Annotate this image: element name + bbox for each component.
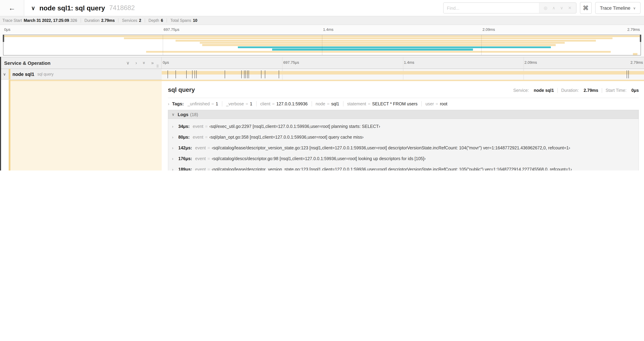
log-timestamp: 142μs: — [178, 145, 192, 150]
minimap-span-bar — [202, 44, 556, 46]
view-selector-label: Trace Timeline — [600, 5, 630, 11]
next-match-icon[interactable]: ∨ — [560, 6, 563, 11]
locate-icon[interactable]: ◎ — [544, 6, 548, 11]
tag-item: client=127.0.0.1:59936 — [260, 101, 308, 106]
viewport-scrubber-right[interactable] — [640, 35, 641, 42]
tags-accordion[interactable]: › Tags: _unfinished=1_verbose=1client=12… — [168, 101, 639, 106]
divider — [343, 101, 343, 106]
log-timestamp: 189μs: — [178, 167, 192, 171]
log-event-tick — [241, 70, 242, 78]
services-item: Services 2 — [122, 18, 141, 23]
minimap-span-bar — [200, 42, 565, 44]
log-field-name: event — [195, 145, 206, 150]
duration-label: Duration — [84, 18, 100, 23]
viewport-scrubber-left[interactable] — [3, 35, 4, 42]
top-bar: ← ∨ node sql1: sql query 7418682 ◎ ∧ ∨ ✕… — [0, 0, 644, 16]
divider — [312, 101, 312, 106]
timeline-tick-label: 0μs — [163, 60, 169, 65]
kv-eq: = — [436, 101, 438, 106]
expand-one-icon[interactable]: › — [136, 60, 137, 66]
log-event-tick — [168, 70, 168, 78]
minimap-span-bar — [238, 47, 551, 48]
gridline — [163, 35, 163, 55]
collapse-all-icon[interactable]: » — [142, 62, 147, 64]
log-field-name: event — [193, 135, 203, 140]
log-entry-row[interactable]: ›176μs:event=‹sql/catalog/descs/descript… — [172, 153, 636, 164]
log-entry-row[interactable]: ›142μs:event=‹sql/catalog/lease/descript… — [172, 142, 636, 153]
divider — [222, 101, 222, 106]
expand-all-icon[interactable]: » — [151, 60, 154, 66]
timeline-tick-label: 2.09ms — [524, 60, 537, 65]
timeline-tick-label: 0μs — [4, 27, 10, 32]
logs-accordion-header[interactable]: ∨ Logs (18) — [168, 110, 639, 119]
log-event-tick — [176, 70, 176, 78]
page-title: node sql1: sql query — [39, 4, 105, 12]
log-event-tick — [192, 70, 192, 78]
start-time-label: Start Time: — [606, 88, 626, 93]
chevron-down-icon: ∨ — [633, 6, 636, 10]
minimap-span-bar — [124, 38, 613, 39]
chevron-right-icon: › — [172, 135, 178, 140]
timeline-ruler: 0μs697.75μs1.4ms2.09ms2.79ms — [162, 57, 644, 69]
service-operation-header: Service & Operation ∨ › » » — [0, 57, 162, 69]
log-entry-row[interactable]: ›34μs:event=‹sql/exec_util.go:2297 [nsql… — [172, 121, 636, 132]
span-detail-zone: sql query Service:node sql1 Duration:2.7… — [0, 80, 644, 171]
divider — [145, 18, 145, 23]
total-spans-item: Total Spans 10 — [170, 18, 197, 23]
column-resize-grip[interactable] — [157, 65, 158, 68]
duration-item: Duration 2.79ms — [84, 18, 115, 23]
log-event-tick — [628, 70, 629, 78]
find-tools: ◎ ∧ ∨ ✕ — [539, 3, 576, 13]
prev-match-icon[interactable]: ∧ — [552, 6, 555, 11]
kv-key: _verbose — [226, 101, 244, 106]
log-event-tick — [265, 70, 265, 78]
trace-start-value: March 31 2022, 17:25:09 — [24, 18, 69, 23]
keyboard-shortcuts-button[interactable]: ⌘ — [580, 2, 592, 14]
log-message: ‹sql/catalog/lease/descriptor_version_st… — [212, 167, 572, 171]
log-message: ‹sql/exec_util.go:2297 [nsql1,client=127… — [209, 124, 380, 129]
timeline-tick-label: 2.79ms — [630, 60, 643, 65]
service-color-stripe — [9, 69, 10, 79]
span-row-name-cell[interactable]: ∨ node sql1 sql query — [0, 69, 162, 80]
gridline — [481, 35, 482, 55]
gridline — [524, 57, 524, 69]
timeline-tick-label: 697.75μs — [284, 60, 299, 65]
minimap-span-bar — [176, 40, 596, 42]
span-duration-bar[interactable] — [162, 71, 644, 75]
log-equals-sign: = — [205, 135, 208, 140]
chevron-right-icon: › — [172, 124, 178, 129]
log-message: ‹sql/catalog/lease/descriptor_version_st… — [212, 145, 570, 150]
divider — [558, 88, 558, 93]
total-spans-label: Total Spans — [170, 18, 191, 23]
span-row-bar-cell[interactable] — [162, 69, 644, 80]
collapse-one-icon[interactable]: ∨ — [126, 60, 130, 66]
depth-value: 6 — [161, 18, 163, 23]
log-entry-row[interactable]: ›80μs:event=‹sql/plan_opt.go:358 [nsql1,… — [172, 132, 636, 142]
trace-start-ms-suffix: .326 — [70, 18, 77, 23]
log-equals-sign: = — [208, 145, 210, 150]
log-entry-row[interactable]: ›189μs:event=‹sql/catalog/lease/descript… — [172, 164, 636, 171]
log-event-tick — [279, 70, 279, 78]
chevron-down-icon[interactable]: ∨ — [3, 72, 8, 76]
minimap-canvas[interactable] — [3, 35, 641, 56]
service-value: node sql1 — [534, 88, 554, 93]
gridline — [322, 35, 322, 55]
view-selector-button[interactable]: Trace Timeline ∨ — [595, 2, 640, 14]
log-event-tick — [246, 70, 246, 78]
tag-item: statement=SELECT * FROM users — [347, 101, 418, 106]
chevron-down-icon[interactable]: ∨ — [31, 5, 35, 11]
back-button[interactable]: ← — [0, 0, 24, 16]
left-scrollbar[interactable] — [0, 57, 1, 171]
minimap-span-bar — [146, 51, 610, 53]
trace-title-group[interactable]: ∨ node sql1: sql query 7418682 — [31, 4, 135, 12]
minimap-span-bar — [633, 53, 638, 55]
clear-search-icon[interactable]: ✕ — [568, 6, 572, 11]
detail-operation-title: sql query — [168, 86, 513, 94]
logs-count: (18) — [190, 112, 198, 117]
log-field-name: event — [195, 156, 206, 161]
log-event-tick — [627, 70, 627, 78]
log-event-tick — [186, 70, 186, 78]
find-input[interactable] — [443, 3, 539, 13]
log-equals-sign: = — [208, 156, 210, 161]
log-event-tick — [261, 70, 262, 78]
